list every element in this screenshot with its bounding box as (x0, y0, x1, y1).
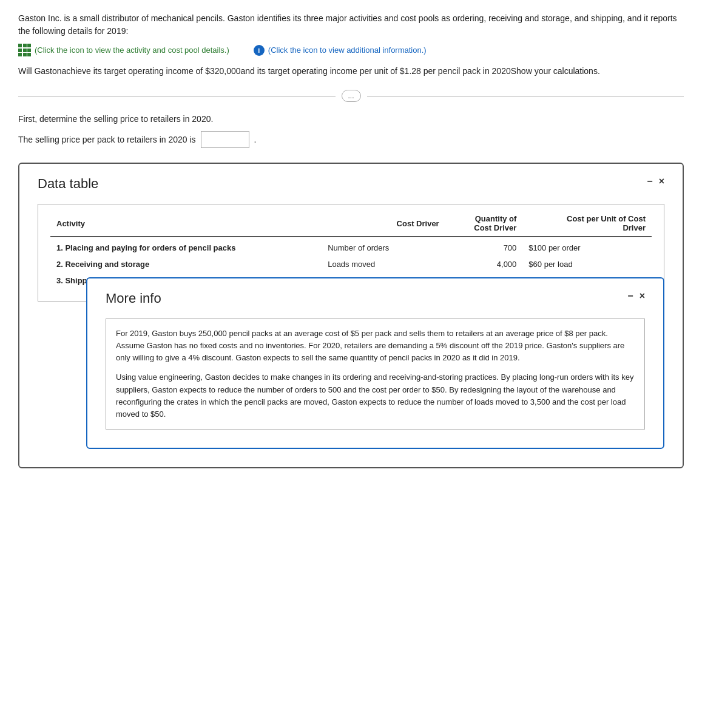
grid-icon-link[interactable]: (Click the icon to view the activity and… (18, 44, 229, 56)
table-row: 1. Placing and paying for orders of penc… (50, 237, 652, 256)
col-header-activity: Activity (50, 211, 322, 237)
intro-text: Gaston Inc. is a small distributor of me… (18, 13, 677, 36)
icon-row: (Click the icon to view the activity and… (18, 44, 684, 56)
more-info-minimize-button[interactable]: − (627, 291, 633, 302)
ellipsis-button[interactable]: ... (342, 90, 361, 102)
grid-icon[interactable] (18, 44, 31, 56)
col-header-cost-per-unit: Cost per Unit of CostDriver (522, 211, 652, 237)
more-info-close-button[interactable]: × (640, 291, 645, 302)
grid-icon-label: (Click the icon to view the activity and… (35, 46, 229, 55)
more-info-title-row: More info − × (106, 291, 645, 306)
selling-price-label: The selling price per pack to retailers … (18, 135, 196, 144)
selling-price-row: The selling price per pack to retailers … (18, 131, 684, 148)
activity-2: 2. Receiving and storage (50, 256, 322, 272)
info-circle-icon[interactable]: i (254, 45, 265, 56)
data-table-close-button[interactable]: × (659, 176, 664, 187)
table-row: 2. Receiving and storage Loads moved 4,0… (50, 256, 652, 272)
col-header-quantity: Quantity ofCost Driver (445, 211, 523, 237)
more-info-modal: More info − × For 2019, Gaston buys 250,… (86, 277, 664, 449)
info-icon-link[interactable]: i (Click the icon to view additional inf… (254, 45, 427, 56)
quantity-2: 4,000 (445, 256, 523, 272)
more-info-paragraph-2: Using value engineering, Gaston decides … (116, 371, 635, 420)
divider-row: ... (18, 90, 684, 102)
cost-driver-1: Number of orders (322, 237, 445, 256)
col-header-cost-driver: Cost Driver (322, 211, 445, 237)
info-icon-label: (Click the icon to view additional infor… (268, 46, 427, 55)
activity-1: 1. Placing and paying for orders of penc… (50, 237, 322, 256)
modal-controls: − × (647, 176, 664, 187)
data-table-minimize-button[interactable]: − (647, 176, 652, 187)
data-table-modal-title: Data table (38, 176, 98, 192)
more-info-paragraph-1: For 2019, Gaston buys 250,000 pencil pac… (116, 328, 635, 364)
quantity-1: 700 (445, 237, 523, 256)
modal-title-row: Data table − × (38, 176, 664, 192)
cost-driver-2: Loads moved (322, 256, 445, 272)
activity-2-text: 2. Receiving and storage (56, 260, 149, 269)
table-header-row: Activity Cost Driver Quantity ofCost Dri… (50, 211, 652, 237)
data-table-modal: Data table − × Activity Cost Driver Quan… (18, 163, 684, 468)
section-label: First, determine the selling price to re… (18, 114, 684, 124)
more-info-modal-controls: − × (627, 291, 645, 302)
selling-price-suffix: . (254, 135, 257, 144)
divider-right (367, 96, 684, 96)
divider-left (18, 96, 336, 96)
cost-per-unit-1: $100 per order (522, 237, 652, 256)
activity-1-text: 1. Placing and paying for orders of penc… (56, 243, 235, 252)
cost-per-unit-2: $60 per load (522, 256, 652, 272)
intro-paragraph: Gaston Inc. is a small distributor of me… (18, 12, 684, 38)
question-body: Will Gastonachieve its target operating … (18, 66, 600, 76)
more-info-modal-title: More info (106, 291, 161, 306)
more-info-content: For 2019, Gaston buys 250,000 pencil pac… (106, 318, 645, 430)
question-text: Will Gastonachieve its target operating … (18, 65, 684, 78)
selling-price-input[interactable] (201, 131, 249, 148)
